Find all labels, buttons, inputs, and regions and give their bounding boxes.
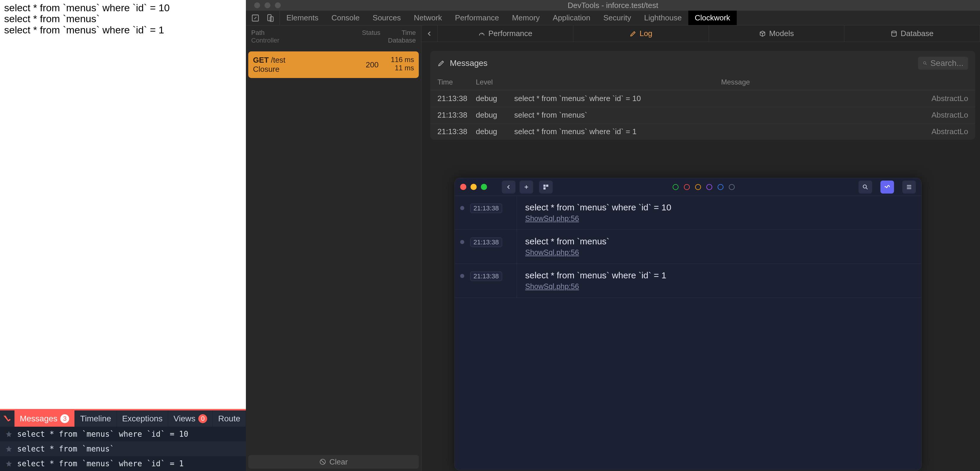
ray-titlebar: [455, 178, 921, 196]
request-path: /test: [271, 56, 285, 64]
msg-time: 21:13:38: [438, 110, 476, 120]
requests-header: Path Controller Status Time Database: [246, 25, 421, 46]
color-filters: [553, 184, 854, 190]
sub-tab-database[interactable]: Database: [844, 25, 980, 42]
tab-route[interactable]: Route: [213, 411, 246, 427]
request-time: 116 ms: [379, 56, 414, 64]
filter-purple[interactable]: [706, 184, 712, 190]
ray-source-link[interactable]: ShowSql.php:56: [525, 214, 579, 223]
ray-source-link[interactable]: ShowSql.php:56: [525, 282, 579, 291]
tab-elements[interactable]: Elements: [280, 11, 325, 25]
debugbar: Messages 3 Timeline Exceptions Views 0 R…: [0, 409, 246, 471]
col-time: Time: [380, 29, 416, 37]
tab-lighthouse[interactable]: Lighthouse: [638, 11, 688, 25]
messages-columns: Time Level Message: [430, 76, 975, 90]
message-text: select * from `menus` where `id` = 1: [17, 459, 184, 468]
tab-timeline[interactable]: Timeline: [75, 411, 117, 427]
tab-security[interactable]: Security: [597, 11, 638, 25]
add-button[interactable]: [520, 181, 533, 194]
layout-button[interactable]: [539, 181, 553, 194]
col-path: Path: [251, 29, 351, 37]
svg-rect-7: [546, 185, 548, 186]
edit-icon[interactable]: [438, 59, 445, 67]
msg-level: debug: [476, 127, 514, 136]
maximize-icon[interactable]: [481, 184, 487, 190]
tab-memory[interactable]: Memory: [505, 11, 546, 25]
msg-source: AbstractLo: [927, 94, 968, 103]
tab-exceptions[interactable]: Exceptions: [117, 411, 168, 427]
message-row[interactable]: 21:13:38 debug select * from `menus` Abs…: [430, 107, 975, 123]
close-icon[interactable]: [460, 184, 466, 190]
minimize-icon[interactable]: [471, 184, 477, 190]
msg-time: 21:13:38: [438, 127, 476, 136]
ray-row[interactable]: 21:13:38 select * from `menus` where `id…: [455, 196, 921, 230]
inspect-icon[interactable]: [251, 14, 259, 22]
device-icon[interactable]: [266, 14, 274, 22]
debugbar-message-row[interactable]: select * from `menus`: [0, 441, 246, 456]
pencil-icon: [630, 30, 636, 37]
wave-button[interactable]: [880, 181, 894, 194]
msg-text: select * from `menus` where `id` = 10: [514, 94, 927, 103]
tab-clockwork[interactable]: Clockwork: [688, 11, 737, 25]
tab-label: Exceptions: [122, 414, 162, 423]
sub-tab-log[interactable]: Log: [573, 25, 709, 42]
star-icon: [5, 460, 13, 467]
sub-tab-performance[interactable]: Performance: [438, 25, 573, 42]
database-icon: [891, 30, 897, 37]
tab-application[interactable]: Application: [546, 11, 597, 25]
request-method: GET: [253, 56, 269, 64]
request-db-time: 11 ms: [379, 64, 414, 72]
tab-sources[interactable]: Sources: [366, 11, 407, 25]
list-button[interactable]: [902, 181, 916, 194]
ray-row-side: 21:13:38: [455, 230, 517, 264]
views-count-badge: 0: [198, 414, 207, 423]
debugbar-message-row[interactable]: select * from `menus` where `id` = 10: [0, 427, 246, 441]
msg-source: AbstractLo: [927, 110, 968, 120]
filter-orange[interactable]: [695, 184, 701, 190]
svg-point-5: [924, 62, 926, 64]
tab-performance[interactable]: Performance: [449, 11, 506, 25]
msg-time: 21:13:38: [438, 94, 476, 103]
tab-views[interactable]: Views 0: [168, 411, 213, 427]
inspect-tools[interactable]: [246, 11, 280, 25]
plus-icon: [523, 184, 529, 190]
messages-count-badge: 3: [60, 414, 69, 423]
ray-row[interactable]: 21:13:38 select * from `menus` ShowSql.p…: [455, 230, 921, 264]
svg-point-4: [892, 31, 896, 33]
message-row[interactable]: 21:13:38 debug select * from `menus` whe…: [430, 123, 975, 140]
message-row[interactable]: 21:13:38 debug select * from `menus` whe…: [430, 90, 975, 107]
debugbar-message-row[interactable]: select * from `menus` where `id` = 1: [0, 456, 246, 471]
filter-green[interactable]: [673, 184, 679, 190]
svg-rect-8: [544, 187, 546, 189]
requests-sidebar: Path Controller Status Time Database GET…: [246, 25, 422, 471]
page-line: select * from `menus`: [4, 13, 170, 24]
page-line: select * from `menus` where `id` = 1: [4, 24, 170, 35]
sub-tab-models[interactable]: Models: [709, 25, 845, 42]
search-icon: [923, 60, 928, 67]
msg-level: debug: [476, 94, 514, 103]
laravel-icon[interactable]: [0, 411, 14, 427]
dot-icon: [460, 206, 464, 210]
tab-messages[interactable]: Messages 3: [14, 411, 75, 427]
ray-row[interactable]: 21:13:38 select * from `menus` where `id…: [455, 264, 921, 298]
request-row[interactable]: GET /test Closure 200 116 ms 11 ms: [248, 51, 419, 78]
tab-network[interactable]: Network: [407, 11, 448, 25]
clear-button[interactable]: Clear: [248, 455, 419, 469]
back-button[interactable]: [422, 25, 438, 42]
ray-source-link[interactable]: ShowSql.php:56: [525, 248, 579, 257]
clear-label: Clear: [329, 457, 348, 466]
devtools-titlebar: DevTools - inforce.test/test: [246, 0, 980, 11]
window-controls[interactable]: [460, 184, 487, 190]
search-icon: [862, 184, 869, 190]
back-button[interactable]: [502, 181, 515, 194]
tab-console[interactable]: Console: [325, 11, 366, 25]
search-button[interactable]: [859, 181, 872, 194]
filter-gray[interactable]: [729, 184, 735, 190]
layout-icon: [542, 184, 549, 190]
gauge-icon: [478, 30, 485, 37]
search-input[interactable]: Search...: [918, 57, 968, 70]
browser-page: select * from `menus` where `id` = 10 se…: [4, 2, 170, 35]
ray-timestamp: 21:13:38: [470, 237, 502, 247]
filter-red[interactable]: [684, 184, 690, 190]
filter-blue[interactable]: [718, 184, 724, 190]
